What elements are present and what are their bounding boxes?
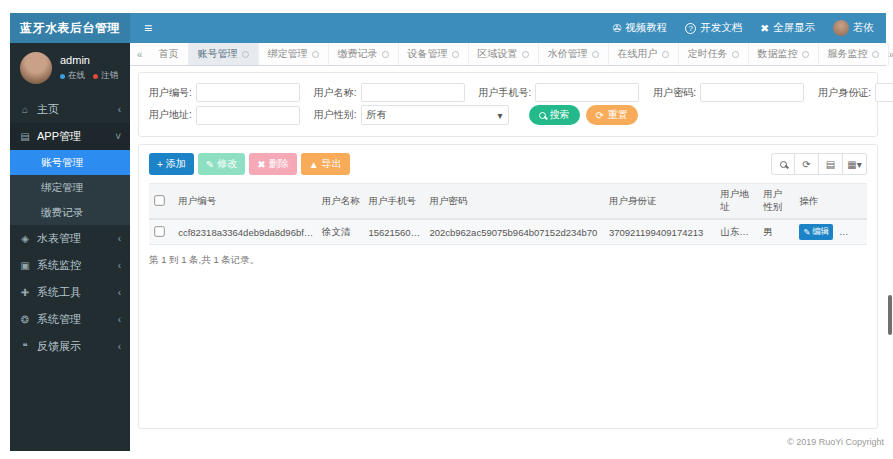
sidebar-item-binding-management[interactable]: 绑定管理 <box>10 175 130 200</box>
search-icon <box>539 112 546 119</box>
tab-close-icon[interactable] <box>732 51 739 58</box>
sidebar-item-label: 系统工具 <box>37 285 81 300</box>
table-view-dropdown-button[interactable]: ▦▾ <box>843 153 867 175</box>
user-menu[interactable]: 若依 <box>833 20 874 36</box>
tab-close-icon[interactable] <box>522 51 529 58</box>
delete-button-label: 删除 <box>269 157 289 171</box>
col-user-address: 用户地址 <box>716 184 759 220</box>
gender-select[interactable]: 所有 ▾ <box>361 105 509 125</box>
tab-close-icon[interactable] <box>802 51 809 58</box>
reset-button[interactable]: ⟳ 重置 <box>586 105 638 125</box>
tab-close-icon[interactable] <box>662 51 669 58</box>
sidebar-item-water-meter[interactable]: ◈ 水表管理 ‹ <box>10 225 130 252</box>
row-delete-button[interactable]: ✖ 删除 <box>839 224 867 240</box>
cell-user-phone: 15621560917 <box>364 219 425 245</box>
table-search-toggle-button[interactable] <box>771 153 795 175</box>
sidebar-toggle-icon[interactable]: ≡ <box>130 20 166 36</box>
home-icon: ⌂ <box>19 104 31 115</box>
add-button[interactable]: + 添加 <box>149 153 194 175</box>
tab-data-monitor[interactable]: 数据监控 <box>749 43 819 65</box>
gender-selected-value: 所有 <box>367 108 387 122</box>
tab-close-icon[interactable] <box>592 51 599 58</box>
tab-binding-management[interactable]: 绑定管理 <box>259 43 329 65</box>
tab-close-icon[interactable] <box>452 51 459 58</box>
col-user-gender: 用户性别 <box>759 184 795 220</box>
logout-link[interactable]: 注销 <box>93 70 118 82</box>
dev-docs-link[interactable]: ? 开发文档 <box>685 21 742 35</box>
select-all-checkbox[interactable] <box>154 195 164 205</box>
scrollbar-thumb[interactable] <box>888 295 892 335</box>
tab-label: 首页 <box>159 47 179 61</box>
sidebar-item-system-monitor[interactable]: ▣ 系统监控 ‹ <box>10 252 130 279</box>
tab-water-price[interactable]: 水价管理 <box>539 43 609 65</box>
tab-account-management[interactable]: 账号管理 <box>189 43 259 65</box>
user-phone-input[interactable] <box>535 83 639 102</box>
user-password-input[interactable] <box>700 83 804 102</box>
sidebar-menu: ⌂ 主页 ‹ ▤ APP管理 ˅ 账号管理 绑定管理 <box>10 96 130 360</box>
tab-service-monitor[interactable]: 服务监控 <box>819 43 889 65</box>
user-no-label: 用户编号: <box>149 86 192 100</box>
tab-close-icon[interactable] <box>872 51 879 58</box>
user-name-input[interactable] <box>361 83 465 102</box>
video-tutorial-label: 视频教程 <box>625 21 667 35</box>
sidebar-item-system-tools[interactable]: ✚ 系统工具 ‹ <box>10 279 130 306</box>
user-idcard-input[interactable] <box>875 83 893 102</box>
sidebar-user-panel: admin 在线 注销 <box>10 43 130 92</box>
user-address-label: 用户地址: <box>149 108 192 122</box>
tab-label: 缴费记录 <box>338 47 378 61</box>
search-button[interactable]: 搜索 <box>529 105 580 125</box>
tab-close-icon[interactable] <box>382 51 389 58</box>
sidebar-item-account-management[interactable]: 账号管理 <box>10 150 130 175</box>
sidebar-item-app-management[interactable]: ▤ APP管理 ˅ <box>10 123 130 150</box>
water-meter-icon: ◈ <box>19 233 31 244</box>
tab-scroll-left-icon[interactable]: « <box>130 49 150 60</box>
row-checkbox[interactable] <box>154 226 164 236</box>
submenu-item-label: 缴费记录 <box>41 206 83 220</box>
video-icon: ✇ <box>612 22 621 34</box>
fullscreen-button[interactable]: ✖ 全屏显示 <box>760 21 815 35</box>
tab-region-settings[interactable]: 区域设置 <box>469 43 539 65</box>
row-edit-button[interactable]: ✎ 编辑 <box>799 224 833 240</box>
sidebar-item-payment-records[interactable]: 缴费记录 <box>10 200 130 225</box>
field-user-address: 用户地址: <box>149 106 300 125</box>
chevron-left-icon: ‹ <box>118 104 121 115</box>
sidebar-item-label: 水表管理 <box>37 231 81 246</box>
modify-button-label: 修改 <box>217 157 237 171</box>
table-columns-button[interactable]: ▤ <box>819 153 843 175</box>
navbar-avatar <box>833 20 849 36</box>
online-dot-icon <box>60 74 65 79</box>
app-logo-title: 蓝牙水表后台管理 <box>10 13 130 43</box>
gear-icon: ❂ <box>19 314 31 325</box>
sidebar-item-feedback[interactable]: ❝ 反馈展示 ‹ <box>10 333 130 360</box>
tab-online-users[interactable]: 在线用户 <box>609 43 679 65</box>
row-edit-label: 编辑 <box>812 226 829 238</box>
monitor-icon: ▣ <box>19 260 31 271</box>
user-phone-label: 用户手机号: <box>479 86 532 100</box>
table-row[interactable]: ccf82318a3364deb9da8d96bf326c662 徐文清 156… <box>149 219 867 245</box>
tab-device-management[interactable]: 设备管理 <box>399 43 469 65</box>
table-refresh-button[interactable]: ⟳ <box>795 153 819 175</box>
user-no-input[interactable] <box>196 83 300 102</box>
modify-button[interactable]: ✎ 修改 <box>198 153 245 175</box>
cross-icon: ✖ <box>257 159 265 170</box>
tab-scroll-right-icon[interactable]: » <box>889 49 893 60</box>
sidebar-item-system-management[interactable]: ❂ 系统管理 ‹ <box>10 306 130 333</box>
logout-label: 注销 <box>101 70 118 82</box>
tab-close-icon[interactable] <box>312 51 319 58</box>
avatar[interactable] <box>20 52 52 84</box>
delete-button[interactable]: ✖ 删除 <box>249 153 296 175</box>
tab-home[interactable]: 首页 <box>150 43 189 65</box>
search-icon <box>780 161 787 168</box>
tab-payment-records[interactable]: 缴费记录 <box>329 43 399 65</box>
user-address-input[interactable] <box>196 106 300 125</box>
sidebar-item-home[interactable]: ⌂ 主页 ‹ <box>10 96 130 123</box>
top-bar: 蓝牙水表后台管理 ≡ ✇ 视频教程 ? 开发文档 ✖ 全屏显示 若依 <box>10 13 886 43</box>
tab-close-icon[interactable] <box>242 51 249 58</box>
add-button-label: 添加 <box>166 157 186 171</box>
col-user-phone: 用户手机号 <box>364 184 425 220</box>
edit-icon: ✎ <box>803 227 810 237</box>
app-window: 蓝牙水表后台管理 ≡ ✇ 视频教程 ? 开发文档 ✖ 全屏显示 若依 <box>10 13 886 451</box>
tab-scheduled-tasks[interactable]: 定时任务 <box>679 43 749 65</box>
video-tutorial-link[interactable]: ✇ 视频教程 <box>612 21 667 35</box>
export-button[interactable]: ▲ 导出 <box>301 153 350 175</box>
